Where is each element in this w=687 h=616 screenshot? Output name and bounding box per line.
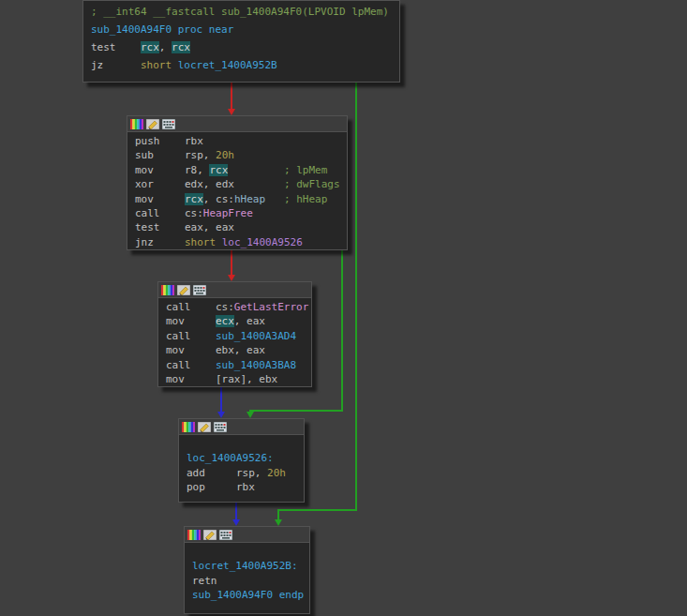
asm-token-plain: push rbx xyxy=(135,135,203,147)
asm-line[interactable]: call sub_1400A3BA8 xyxy=(166,358,311,372)
graph-canvas[interactable]: ; __int64 __fastcall sub_1400A94F0(LPVOI… xyxy=(0,0,687,616)
edge-arrowhead-entry-fallthrough xyxy=(228,109,235,115)
asm-line[interactable]: xor edx, edx ; dwFlags xyxy=(135,177,347,191)
node-keyboard-icon[interactable] xyxy=(214,422,227,432)
asm-token-plain: call xyxy=(166,359,216,371)
asm-line[interactable]: jnz short loc_1400A9526 xyxy=(135,235,347,249)
edge-arrowhead-entry-jz-taken xyxy=(275,519,282,526)
asm-token-name[interactable]: loc_1400A9526: xyxy=(187,452,274,464)
node-color-icon[interactable] xyxy=(161,285,174,295)
node-keyboard-icon[interactable] xyxy=(162,119,175,129)
asm-line[interactable]: mov r8, rcx ; lpMem xyxy=(135,163,347,177)
asm-token-name[interactable]: sub_1400A3BA8 xyxy=(216,359,296,371)
asm-token-plain: jz xyxy=(91,59,141,71)
asm-token-name[interactable]: locret_1400A952B xyxy=(178,59,277,71)
asm-line[interactable]: call sub_1400A3AD4 xyxy=(166,329,311,343)
edge-segment-heapfree-jnz-taken-0 xyxy=(341,248,343,412)
highlighted-register: rcx xyxy=(172,41,190,53)
asm-line[interactable]: loc_1400A9526: xyxy=(187,451,304,465)
asm-token-dataname[interactable]: hHeap xyxy=(234,193,265,205)
asm-token-plain: add rsp, xyxy=(187,467,267,479)
asm-token-plain: mov ebx, eax xyxy=(166,344,265,356)
asm-token-name[interactable]: sub_1400A94F0 endp xyxy=(192,589,304,601)
asm-token-plain xyxy=(228,164,284,176)
asm-line[interactable]: mov ecx, eax xyxy=(166,314,311,328)
asm-token-plain: xor edx, edx xyxy=(135,178,284,190)
edge-segment-entry-fallthrough-0 xyxy=(231,81,232,111)
asm-token-kw: 20h xyxy=(267,467,286,479)
asm-line[interactable]: sub_1400A94F0 proc near xyxy=(91,21,399,38)
edge-segment-loc-to-locret-0 xyxy=(235,501,237,520)
asm-line[interactable]: mov [rax], ebx xyxy=(166,372,311,386)
asm-token-kw: short xyxy=(141,59,178,71)
highlighted-register: rcx xyxy=(141,41,159,53)
node-body: ; __int64 __fastcall sub_1400A94F0(LPVOI… xyxy=(83,1,399,76)
asm-token-plain: call cs: xyxy=(166,301,234,313)
asm-token-plain: mov r8, xyxy=(135,164,209,176)
graph-node-loc-1400A9526-block[interactable]: loc_1400A9526:add rsp, 20hpop rbx xyxy=(178,418,305,503)
graph-node-heapfree-block[interactable]: push rbxsub rsp, 20hmov r8, rcx ; lpMemx… xyxy=(127,115,348,250)
asm-line[interactable] xyxy=(187,437,304,451)
asm-token-comment: ; __int64 __fastcall sub_1400A94F0(LPVOI… xyxy=(91,6,389,18)
asm-line[interactable]: add rsp, 20h xyxy=(187,466,304,480)
asm-line[interactable]: sub_1400A94F0 endp xyxy=(192,588,309,602)
node-body: locret_1400A952B:retnsub_1400A94F0 endp xyxy=(185,543,309,605)
asm-line[interactable]: pop rbx xyxy=(187,480,304,494)
asm-token-name[interactable]: sub_1400A94F0 proc near xyxy=(91,23,233,36)
edge-arrowhead-error-to-loc xyxy=(217,412,225,418)
asm-line[interactable]: call cs:GetLastError xyxy=(166,300,311,314)
edge-segment-entry-jz-taken-0 xyxy=(355,81,357,511)
node-title-bar[interactable] xyxy=(127,116,347,132)
node-color-icon[interactable] xyxy=(182,422,195,432)
asm-token-comment: ; dwFlags xyxy=(284,178,340,190)
asm-token-plain: mov xyxy=(135,193,185,205)
asm-line[interactable]: ; __int64 __fastcall sub_1400A94F0(LPVOI… xyxy=(91,3,399,21)
asm-token-plain: retn xyxy=(192,575,217,587)
asm-token-plain xyxy=(265,193,284,205)
asm-line[interactable]: mov ebx, eax xyxy=(166,343,311,357)
asm-token-plain: , xyxy=(159,41,172,53)
graph-node-getlasterror-block[interactable]: call cs:GetLastErrormov ecx, eaxcall sub… xyxy=(157,281,312,387)
edge-arrowhead-heapfree-fallthrough xyxy=(228,275,235,281)
node-title-bar[interactable] xyxy=(179,419,304,435)
node-color-icon[interactable] xyxy=(187,530,201,540)
node-edit-icon[interactable] xyxy=(198,422,211,432)
asm-line[interactable]: test rcx, rcx xyxy=(91,38,399,56)
node-color-icon[interactable] xyxy=(130,119,143,129)
asm-line[interactable]: locret_1400A952B: xyxy=(192,559,309,573)
edge-arrowhead-loc-to-locret xyxy=(232,519,240,526)
asm-line[interactable]: test eax, eax xyxy=(135,220,347,234)
asm-line[interactable]: retn xyxy=(192,574,309,588)
node-keyboard-icon[interactable] xyxy=(193,285,206,295)
asm-line[interactable]: call cs:HeapFree xyxy=(135,206,347,220)
asm-line[interactable]: mov rcx, cs:hHeap ; hHeap xyxy=(135,192,347,206)
asm-token-plain: test xyxy=(91,41,141,53)
asm-line[interactable] xyxy=(192,545,309,559)
node-edit-icon[interactable] xyxy=(203,530,217,540)
asm-token-plain: call cs: xyxy=(135,207,203,219)
node-edit-icon[interactable] xyxy=(177,285,190,295)
asm-token-plain: pop rbx xyxy=(187,481,255,493)
asm-token-target[interactable]: loc_1400A9526 xyxy=(222,236,303,248)
asm-token-comment: ; hHeap xyxy=(284,193,327,205)
edge-segment-entry-jz-taken-1 xyxy=(277,509,357,511)
node-edit-icon[interactable] xyxy=(146,119,159,129)
edge-segment-heapfree-jnz-taken-1 xyxy=(249,410,343,412)
asm-token-name[interactable]: sub_1400A3AD4 xyxy=(216,330,296,342)
asm-line[interactable]: sub rsp, 20h xyxy=(135,148,347,162)
node-body: call cs:GetLastErrormov ecx, eaxcall sub… xyxy=(158,298,311,388)
node-title-bar[interactable] xyxy=(158,282,311,298)
asm-line[interactable]: push rbx xyxy=(135,134,347,148)
highlighted-register: rcx xyxy=(209,164,228,176)
asm-line[interactable]: jz short locret_1400A952B xyxy=(91,56,399,74)
asm-token-import[interactable]: HeapFree xyxy=(203,207,253,219)
graph-node-func-header[interactable]: ; __int64 __fastcall sub_1400A94F0(LPVOI… xyxy=(82,0,400,83)
node-keyboard-icon[interactable] xyxy=(219,530,232,540)
highlighted-register: rcx xyxy=(185,193,203,205)
asm-token-import[interactable]: GetLastError xyxy=(234,301,308,313)
asm-token-plain: , cs: xyxy=(203,193,234,205)
asm-token-plain: sub rsp, xyxy=(135,149,216,161)
graph-node-locret-1400A952B-block[interactable]: locret_1400A952B:retnsub_1400A94F0 endp xyxy=(184,526,310,614)
asm-token-name[interactable]: locret_1400A952B: xyxy=(192,560,298,572)
node-title-bar[interactable] xyxy=(185,527,309,543)
